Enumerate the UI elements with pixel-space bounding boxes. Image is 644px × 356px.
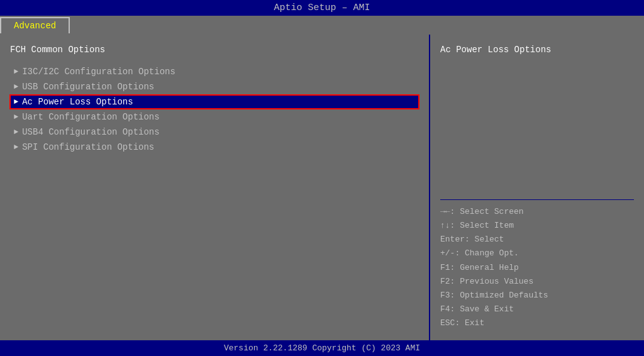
menu-item-usb4[interactable]: ► USB4 Configuration Options	[10, 125, 419, 139]
title-bar: Aptio Setup – AMI	[0, 0, 644, 16]
app-title: Aptio Setup – AMI	[274, 3, 370, 13]
menu-item-label: Uart Configuration Options	[22, 112, 159, 122]
arrow-icon: ►	[14, 113, 18, 121]
key-help-change-opt: +/-: Change Opt.	[440, 247, 634, 260]
key-help-enter: Enter: Select	[440, 233, 634, 247]
menu-item-uart[interactable]: ► Uart Configuration Options	[10, 110, 419, 124]
help-divider	[440, 199, 634, 200]
menu-item-ac-power[interactable]: ► Ac Power Loss Options	[10, 95, 419, 109]
help-title: Ac Power Loss Options	[440, 45, 634, 55]
arrow-icon: ►	[14, 82, 18, 91]
menu-item-spi[interactable]: ► SPI Configuration Options	[10, 140, 419, 154]
key-help-select-item: ↑↓: Select Item	[440, 219, 634, 233]
main-content: FCH Common Options ► I3C/I2C Configurati…	[0, 35, 644, 340]
arrow-icon: ►	[14, 67, 18, 76]
menu-bar: Advanced	[0, 16, 644, 35]
key-help-f1: F1: General Help	[440, 261, 634, 275]
menu-item-i3c[interactable]: ► I3C/I2C Configuration Options	[10, 65, 419, 79]
arrow-icon: ►	[14, 143, 18, 152]
footer: Version 2.22.1289 Copyright (C) 2023 AMI	[0, 340, 644, 356]
arrow-icon: ►	[14, 128, 18, 136]
menu-item-label: Ac Power Loss Options	[22, 97, 133, 107]
menu-item-label: SPI Configuration Options	[22, 142, 154, 152]
key-help-f4: F4: Save & Exit	[440, 303, 634, 316]
key-help-f3: F3: Optimized Defaults	[440, 289, 634, 303]
key-help: →←: Select Screen ↑↓: Select Item Enter:…	[440, 205, 634, 330]
menu-item-usb[interactable]: ► USB Configuration Options	[10, 80, 419, 94]
menu-item-label: I3C/I2C Configuration Options	[22, 67, 175, 77]
right-panel: Ac Power Loss Options →←: Select Screen …	[430, 35, 644, 340]
key-help-f2: F2: Previous Values	[440, 275, 634, 289]
left-panel: FCH Common Options ► I3C/I2C Configurati…	[0, 35, 430, 340]
footer-text: Version 2.22.1289 Copyright (C) 2023 AMI	[224, 343, 420, 353]
menu-item-label: USB4 Configuration Options	[22, 127, 159, 137]
key-help-select-screen: →←: Select Screen	[440, 205, 634, 219]
section-title: FCH Common Options	[10, 45, 419, 55]
tab-advanced[interactable]: Advanced	[0, 17, 70, 33]
key-help-esc: ESC: Exit	[440, 316, 634, 330]
menu-item-label: USB Configuration Options	[22, 82, 154, 92]
arrow-icon: ►	[14, 97, 18, 106]
